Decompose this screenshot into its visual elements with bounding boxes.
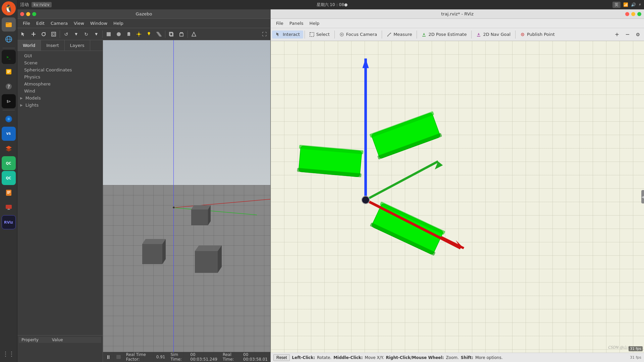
- gazebo-min-btn[interactable]: [26, 12, 30, 16]
- fullscreen-btn[interactable]: ⛶: [260, 29, 269, 39]
- svg-line-71: [366, 161, 438, 200]
- system-bar: 活动 kv rviz∨ 星期六 10：08● 英 📶 🔊 ⚡: [17, 0, 644, 9]
- select-btn[interactable]: Select: [306, 31, 333, 38]
- watermark: CSDN @山水: [608, 345, 631, 350]
- focus-camera-btn[interactable]: Focus Camera: [336, 31, 380, 38]
- tree-scene[interactable]: Scene: [17, 59, 103, 66]
- taskbar-apps[interactable]: ⋮⋮: [2, 347, 16, 361]
- rviz-max-btn[interactable]: [637, 12, 641, 16]
- add-btn[interactable]: +: [612, 31, 622, 38]
- gazebo-menu-camera[interactable]: Camera: [48, 20, 70, 26]
- gazebo-close-btn[interactable]: [20, 12, 24, 16]
- cylinder-btn[interactable]: [124, 29, 133, 39]
- point-light-btn[interactable]: [134, 29, 144, 39]
- translate-tool-btn[interactable]: [29, 29, 38, 39]
- svg-marker-25: [33, 32, 34, 33]
- taskbar-shell[interactable]: $>: [2, 94, 16, 108]
- app-name: 活动: [20, 2, 29, 8]
- rviz-menu-file[interactable]: File: [273, 20, 286, 26]
- taskbar-files[interactable]: [2, 17, 16, 32]
- gazebo-menu-view[interactable]: View: [71, 20, 87, 26]
- tree-atmosphere[interactable]: Atmosphere: [17, 80, 103, 87]
- gazebo-max-btn[interactable]: [32, 12, 36, 16]
- taskbar-notes[interactable]: [2, 65, 16, 79]
- taskbar-rviz[interactable]: RViz: [2, 215, 16, 229]
- svg-marker-72: [362, 58, 369, 68]
- world-btn[interactable]: [189, 29, 199, 39]
- redo-dropdown[interactable]: ▼: [92, 29, 101, 39]
- undo-btn[interactable]: ↺: [61, 29, 71, 39]
- taskbar-screen[interactable]: [2, 200, 16, 215]
- copy-btn[interactable]: [167, 29, 176, 39]
- directional-light-btn[interactable]: [154, 29, 164, 39]
- rviz-scene: [271, 41, 644, 353]
- gazebo-menu-edit[interactable]: Edit: [34, 20, 47, 26]
- tree-lights[interactable]: ▶ Lights: [17, 102, 103, 109]
- taskbar-qc2[interactable]: QC: [2, 171, 16, 185]
- svg-line-60: [387, 33, 391, 36]
- box-btn[interactable]: [104, 29, 113, 39]
- gazebo-window-controls: [20, 12, 36, 16]
- zoom-out-btn[interactable]: −: [623, 31, 632, 38]
- rviz-statusbar: Reset Left-Click: Rotate. Middle-Click: …: [271, 353, 644, 362]
- box2[interactable]: [189, 201, 209, 223]
- box3[interactable]: [192, 239, 222, 271]
- taskbar-terminal[interactable]: >_: [2, 50, 16, 64]
- measure-btn[interactable]: Measure: [383, 31, 415, 38]
- rviz-viewport[interactable]: CSDN @山水 ◀ 31 fps: [271, 41, 644, 353]
- tree-physics[interactable]: Physics: [17, 73, 103, 80]
- delete-btn[interactable]: [177, 29, 186, 39]
- undo-dropdown[interactable]: ▼: [71, 29, 81, 39]
- svg-marker-66: [478, 33, 480, 35]
- publish-point-btn[interactable]: Publish Point: [517, 31, 558, 38]
- reset-btn[interactable]: Reset: [273, 354, 290, 361]
- rviz-min-btn[interactable]: [631, 12, 635, 16]
- taskbar-layers[interactable]: [2, 141, 16, 156]
- svg-rect-43: [180, 33, 183, 36]
- tab-layers[interactable]: Layers: [65, 40, 90, 51]
- svg-point-59: [341, 34, 342, 35]
- rotate-tool-btn[interactable]: [39, 29, 48, 39]
- tree-wind[interactable]: Wind: [17, 87, 103, 95]
- select-tool-btn[interactable]: [19, 29, 28, 39]
- pause-btn[interactable]: ⏸: [106, 354, 111, 360]
- svg-text:?: ?: [7, 84, 10, 89]
- taskbar-globe[interactable]: [2, 112, 16, 126]
- ubuntu-logo-icon[interactable]: 🐧: [2, 1, 16, 15]
- sun-light-btn[interactable]: [144, 29, 154, 39]
- rviz-menu-panels[interactable]: Panels: [287, 20, 306, 26]
- gazebo-menu-file[interactable]: File: [20, 20, 33, 26]
- rviz-close-btn[interactable]: [625, 12, 629, 16]
- sphere-btn[interactable]: [114, 29, 123, 39]
- taskbar-vscode[interactable]: VS: [2, 127, 16, 141]
- gazebo-menu-window[interactable]: Window: [88, 20, 110, 26]
- nav-goal-btn[interactable]: 2D Nav Goal: [473, 31, 514, 38]
- settings-btn[interactable]: ⚙: [633, 31, 643, 38]
- box1[interactable]: [139, 234, 162, 261]
- tree-spherical-coords[interactable]: Spherical Coordinates: [17, 66, 103, 73]
- svg-marker-49: [142, 239, 166, 244]
- sound-icon: 🔊: [631, 2, 636, 7]
- taskbar-qc1[interactable]: QC: [2, 156, 16, 170]
- tree-models[interactable]: ▶ Models: [17, 95, 103, 102]
- pose-estimate-btn[interactable]: 2D Pose Estimate: [418, 31, 470, 38]
- taskbar-help[interactable]: ?: [2, 79, 16, 94]
- scale-tool-btn[interactable]: [49, 29, 58, 39]
- svg-rect-20: [6, 205, 12, 209]
- tab-insert[interactable]: Insert: [41, 40, 64, 51]
- tree-gui[interactable]: GUI: [17, 52, 103, 59]
- toolbar-sep3: [165, 31, 165, 38]
- rviz-right-handle[interactable]: ◀: [641, 190, 644, 203]
- svg-marker-15: [6, 148, 12, 152]
- svg-rect-27: [52, 32, 56, 36]
- shift-label: Shift:: [461, 355, 473, 360]
- gazebo-viewport[interactable]: ▶ ⏸ Real Time Factor: 0.91 Sim Time: 00 …: [103, 40, 270, 362]
- taskbar-notes2[interactable]: [2, 186, 16, 200]
- lang-indicator[interactable]: 英: [612, 2, 621, 8]
- tab-world[interactable]: World: [17, 40, 41, 51]
- interact-btn[interactable]: Interact: [272, 31, 303, 39]
- taskbar-browser[interactable]: [2, 32, 16, 46]
- gazebo-menu-help[interactable]: Help: [111, 20, 126, 26]
- rviz-menu-help[interactable]: Help: [307, 20, 322, 26]
- redo-btn[interactable]: ↻: [82, 29, 91, 39]
